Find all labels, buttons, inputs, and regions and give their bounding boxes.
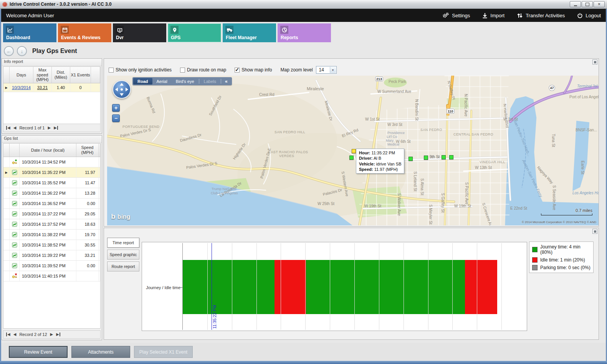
down-button[interactable]: ↓ [17, 46, 27, 56]
route-point-marker[interactable] [409, 157, 413, 161]
checkbox[interactable] [109, 68, 114, 73]
map-compass-control[interactable] [112, 80, 131, 99]
play-selected-x1-event-button: Play Selected X1 Event [134, 346, 193, 358]
tab-speed-graphic[interactable]: Speed graphic [107, 250, 139, 260]
last-record-button[interactable]: ▶ [56, 333, 60, 336]
column-header[interactable]: Dist. (Miles) [52, 67, 70, 83]
checkbox[interactable] [180, 68, 185, 73]
gps-row[interactable]: 10/3/2014 11:38:52 PM30.55 [3, 240, 100, 250]
nav-tile-events-reviews[interactable]: Events & Reviews [58, 23, 111, 42]
route-point-marker[interactable] [442, 155, 446, 159]
checkbox-checked[interactable] [235, 68, 240, 73]
gps-row[interactable]: 10/3/2014 11:34:52 PM [3, 157, 100, 167]
previous-record-button[interactable]: ◀ [13, 333, 17, 336]
previous-record-button[interactable]: ◀ [13, 126, 17, 130]
collapse-typebar-button[interactable]: « [222, 79, 231, 84]
chart-gridline [428, 243, 428, 330]
gps-row-speed: 11.97 [76, 167, 99, 177]
route-point-marker[interactable] [424, 156, 428, 160]
column-header[interactable] [91, 67, 100, 83]
map-type-bird-s-eye[interactable]: Bird's eye [172, 78, 198, 84]
collapse-map-panel-button[interactable] [592, 60, 597, 65]
gps-row[interactable]: 10/3/2014 11:38:22 PM19.70 [3, 230, 100, 240]
chart-gridline [330, 243, 330, 330]
gps-row[interactable]: ▶10/3/2014 11:35:22 PM11.97 [3, 167, 100, 178]
map-label: Terminal 'Isl... [577, 84, 599, 88]
gps-row[interactable]: 10/3/2014 11:36:22 PM13.28 [3, 188, 100, 199]
nav-tile-dashboard[interactable]: Dashboard [3, 23, 56, 42]
gps-row[interactable]: 10/3/2014 11:36:52 PM0.00 [3, 199, 100, 209]
pan-north-icon [120, 83, 124, 86]
next-record-button[interactable]: ▶ [50, 333, 53, 336]
route-point-marker[interactable] [449, 155, 453, 159]
column-header[interactable]: Date / hour (local) [20, 144, 76, 157]
gps-row[interactable]: 10/3/2014 11:35:52 PM11.47 [3, 178, 100, 188]
restore-button[interactable] [582, 1, 593, 7]
attachments-button[interactable]: Attachments [71, 346, 130, 358]
back-button[interactable]: ← [4, 46, 14, 56]
review-event-button[interactable]: Review Event [9, 346, 68, 358]
gps-row[interactable]: 10/3/2014 11:39:22 PM33.21 [3, 250, 100, 261]
top-action-import[interactable]: Import [482, 13, 504, 18]
route-point-marker[interactable] [349, 156, 354, 160]
column-header[interactable]: Speed (MPH) [76, 144, 99, 157]
minimize-button[interactable] [570, 1, 581, 7]
map-zoom-out-button[interactable]: − [112, 114, 120, 122]
info-max-speed[interactable]: 33.21 [33, 83, 52, 92]
row-indicator-icon [3, 250, 10, 260]
gps-row[interactable]: 10/3/2014 11:37:52 PM18.63 [3, 219, 100, 230]
top-action-logout[interactable]: Logout [577, 13, 601, 18]
gps-row[interactable]: 10/3/2014 11:39:52 PM0.00 [3, 261, 100, 271]
column-header[interactable] [99, 144, 100, 157]
table-row[interactable]: ▶10/3/201433.211.400 [3, 83, 100, 92]
nav-tile-fleet-manager[interactable]: Fleet Manager [223, 23, 276, 42]
window-titlebar[interactable]: Idrive Control Center - 3.0.2 version - … [0, 0, 607, 9]
close-button[interactable]: × [594, 1, 605, 7]
row-indicator-icon: ▶ [3, 83, 10, 92]
collapse-chart-panel-button[interactable] [592, 229, 597, 234]
map-type-aerial[interactable]: Aerial [152, 78, 172, 84]
chart-gridline [256, 243, 257, 330]
map-zoom-in-button[interactable]: + [112, 104, 120, 112]
map-option-show-map-info[interactable]: Show map info [235, 67, 272, 73]
nav-tile-gps[interactable]: GPS [168, 23, 221, 42]
column-header[interactable]: Days [10, 67, 33, 83]
welcome-text: Welcome Admin User [6, 13, 54, 18]
first-record-button[interactable]: ◀ [6, 126, 10, 130]
map-type-labels[interactable]: Labels [200, 78, 220, 84]
map-option-show-only-ignition-activities[interactable]: Show only ignition activities [109, 67, 172, 73]
bing-map[interactable]: MiralestePeck ParkW Summerland AveCrest … [107, 76, 599, 225]
gps-row-date: 10/3/2014 11:36:52 PM [20, 199, 76, 208]
chart-gridline [354, 243, 355, 330]
gps-row-date: 10/3/2014 11:37:22 PM [20, 209, 76, 219]
column-header[interactable]: X1 Events [70, 67, 91, 83]
bing-logo[interactable]: b bing [111, 212, 130, 221]
minimize-icon [574, 5, 577, 6]
column-header[interactable] [3, 144, 10, 157]
map-zoom-select[interactable]: 14 ▼ [316, 66, 337, 74]
info-x1-events: 0 [70, 83, 91, 92]
tab-route-report[interactable]: Route report [107, 261, 139, 271]
first-record-button[interactable]: ◀ [6, 333, 10, 336]
map-label: Trump Nat'l Golf [212, 187, 237, 191]
nav-tile-reports[interactable]: Reports [278, 23, 331, 42]
map-option-draw-route-on-map[interactable]: Draw route on map [180, 67, 226, 73]
next-record-button[interactable]: ▶ [48, 126, 51, 130]
top-action-settings[interactable]: Settings [442, 12, 470, 18]
dropdown-arrow-icon[interactable]: ▼ [330, 67, 336, 73]
gps-row[interactable]: 10/3/2014 11:37:22 PM29.05 [3, 209, 100, 219]
column-header[interactable]: Max speed (MPH) [33, 67, 52, 83]
map-label: Port of Los Angel... [569, 95, 599, 99]
top-action-transfer-activities[interactable]: Transfer Activities [517, 13, 565, 18]
tab-time-report[interactable]: Time report [107, 238, 139, 248]
column-header[interactable] [10, 144, 20, 157]
gps-row[interactable]: 10/3/2014 11:40:15 PM [3, 271, 100, 281]
row-indicator-icon [3, 230, 10, 240]
last-record-button[interactable]: ▶ [54, 126, 58, 130]
info-days-link[interactable]: 10/3/2014 [10, 83, 33, 92]
map-type-road[interactable]: Road [133, 78, 152, 84]
column-header[interactable] [3, 67, 10, 83]
map-label: S Alma St [420, 179, 424, 195]
route-point-marker-current[interactable] [352, 149, 356, 153]
nav-tile-dvr[interactable]: Dvr [113, 23, 166, 42]
